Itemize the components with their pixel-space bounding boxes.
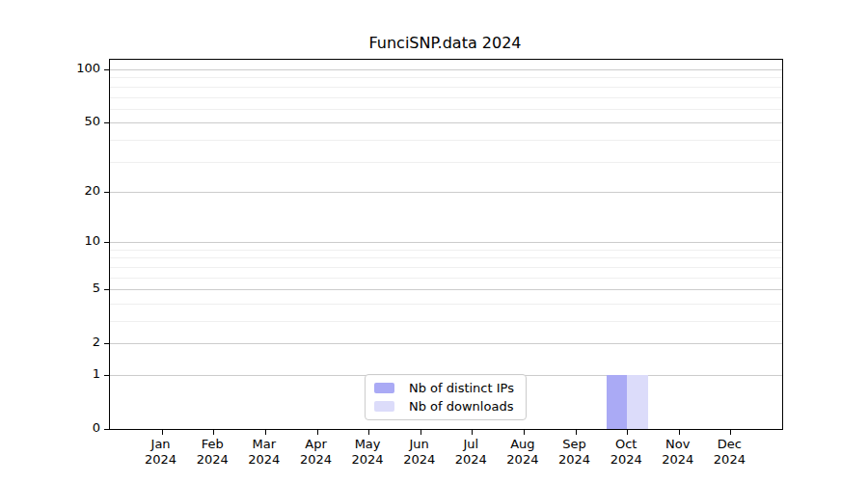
y-tick-label: 100 (0, 61, 100, 76)
y-gridline-minor (110, 77, 782, 78)
x-tick-mark (265, 430, 266, 435)
y-tick-label: 10 (0, 233, 100, 249)
x-tick-mark (420, 430, 421, 435)
legend-label-distinct-ips: Nb of distinct IPs (409, 381, 514, 395)
y-gridline-minor (110, 304, 782, 305)
x-tick-mark (213, 430, 214, 435)
y-tick-mark (104, 343, 109, 344)
x-tick-month: Dec (698, 437, 760, 452)
y-gridline-minor (110, 140, 782, 141)
legend-entry-distinct-ips: Nb of distinct IPs (374, 381, 517, 395)
y-tick-mark (104, 375, 109, 376)
x-tick-mark (368, 430, 369, 435)
y-gridline (110, 192, 782, 193)
y-tick-mark (104, 429, 109, 430)
y-gridline-minor (110, 278, 782, 279)
bar-nb-of-downloads-oct (627, 375, 647, 429)
y-tick-label: 50 (0, 114, 100, 129)
y-gridline-minor (110, 109, 782, 110)
y-tick-label: 5 (0, 281, 100, 296)
y-gridline (110, 242, 782, 243)
y-tick-mark (104, 289, 109, 290)
x-tick-mark (472, 430, 473, 435)
y-gridline (110, 122, 782, 123)
y-gridline-minor (110, 257, 782, 258)
y-tick-mark (104, 122, 109, 123)
y-tick-label: 1 (0, 366, 100, 382)
y-tick-mark (104, 242, 109, 243)
chart-figure: FunciSNP.data 2024 Nb of distinct IPs Nb… (0, 0, 868, 482)
legend-label-downloads: Nb of downloads (409, 399, 513, 414)
x-tick-mark (679, 430, 680, 435)
y-gridline-minor (110, 162, 782, 163)
x-tick-mark (576, 430, 577, 435)
y-tick-label: 20 (0, 183, 100, 199)
y-tick-label: 2 (0, 335, 100, 350)
x-tick-mark (162, 430, 163, 435)
y-gridline-minor (110, 250, 782, 251)
x-tick-year: 2024 (698, 452, 760, 468)
x-tick-label: Dec2024 (698, 437, 760, 468)
y-tick-mark (104, 192, 109, 193)
bar-nb-of-distinct-ips-oct (607, 375, 627, 429)
legend-swatch-downloads (374, 401, 394, 412)
y-gridline-minor (110, 267, 782, 268)
legend-entry-downloads: Nb of downloads (374, 399, 517, 414)
x-tick-mark (317, 430, 318, 435)
y-tick-label: 0 (0, 420, 100, 436)
x-tick-mark (524, 430, 525, 435)
legend: Nb of distinct IPs Nb of downloads (365, 374, 527, 420)
y-gridline (110, 289, 782, 290)
chart-title: FunciSNP.data 2024 (109, 34, 781, 52)
x-tick-mark (627, 430, 628, 435)
y-gridline (110, 69, 782, 70)
x-tick-mark (730, 430, 731, 435)
legend-swatch-distinct-ips (374, 383, 394, 393)
y-gridline-minor (110, 97, 782, 98)
y-gridline (110, 343, 782, 344)
y-gridline-minor (110, 87, 782, 88)
y-gridline-minor (110, 321, 782, 322)
y-tick-mark (104, 69, 109, 70)
